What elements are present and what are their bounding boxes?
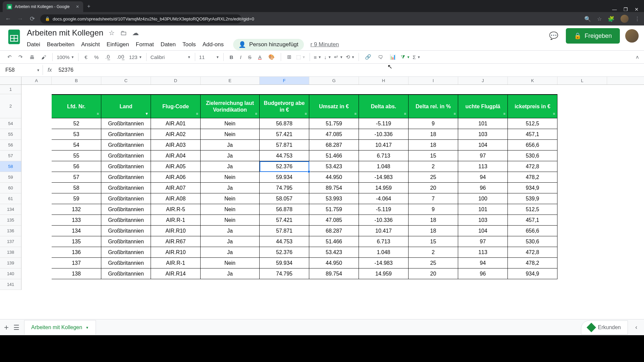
table-cell[interactable]: 10.417 bbox=[359, 140, 409, 150]
table-cell[interactable]: 6.713 bbox=[359, 150, 409, 161]
filter-icon[interactable]: ≡ bbox=[454, 112, 456, 116]
table-cell[interactable]: 57.871 bbox=[260, 226, 309, 236]
table-cell[interactable]: AIR.A04 bbox=[151, 150, 201, 161]
table-cell[interactable]: -10.336 bbox=[359, 215, 409, 226]
filter-icon[interactable]: ≡ bbox=[404, 112, 406, 116]
col-header-i[interactable]: I bbox=[409, 77, 458, 84]
cloud-saved-icon[interactable]: ☁ bbox=[132, 29, 139, 37]
table-cell[interactable]: Großbritannien bbox=[101, 129, 151, 140]
table-cell[interactable]: 68.287 bbox=[309, 226, 359, 236]
col-header-b[interactable]: B bbox=[52, 77, 101, 84]
table-cell[interactable]: 934,9 bbox=[508, 183, 557, 193]
table-cell[interactable]: 15 bbox=[409, 236, 458, 247]
valign-dropdown[interactable]: ↓▼ bbox=[324, 54, 331, 60]
formula-input[interactable]: 52376 bbox=[56, 65, 641, 75]
table-cell[interactable]: 132 bbox=[52, 204, 101, 215]
col-header-a[interactable]: A bbox=[21, 77, 52, 84]
table-cell[interactable]: 478,2 bbox=[508, 172, 557, 183]
table-cell[interactable]: 934,9 bbox=[508, 268, 557, 279]
table-cell[interactable]: 57.421 bbox=[260, 215, 309, 226]
star-outline-icon[interactable]: ☆ bbox=[109, 29, 115, 37]
table-cell[interactable]: 59.934 bbox=[260, 258, 309, 268]
table-cell[interactable]: 51.759 bbox=[309, 118, 359, 129]
table-cell[interactable]: Nein bbox=[201, 215, 260, 226]
row-header[interactable]: 140 bbox=[0, 268, 21, 279]
minimize-icon[interactable]: — bbox=[612, 7, 617, 12]
filter-dropdown[interactable]: ⧩▼ bbox=[401, 54, 410, 60]
table-cell[interactable]: 47.085 bbox=[309, 215, 359, 226]
table-cell[interactable]: 53.993 bbox=[309, 193, 359, 204]
collapse-toolbar-icon[interactable]: ʌ bbox=[636, 54, 639, 60]
table-cell[interactable]: Großbritannien bbox=[101, 118, 151, 129]
menu-bearbeiten[interactable]: Bearbeiten bbox=[47, 41, 74, 48]
sheets-logo[interactable] bbox=[5, 28, 23, 46]
table-cell[interactable]: Großbritannien bbox=[101, 161, 151, 172]
close-window-icon[interactable]: ✕ bbox=[635, 7, 639, 12]
table-cell[interactable]: 101 bbox=[458, 204, 508, 215]
table-cell[interactable]: Ja bbox=[201, 247, 260, 258]
cell[interactable] bbox=[309, 85, 359, 94]
extensions-icon[interactable]: 🧩 bbox=[608, 16, 614, 22]
zoom-icon[interactable]: 🔍 bbox=[584, 16, 591, 22]
row-header[interactable]: 56 bbox=[0, 140, 21, 150]
cell[interactable] bbox=[21, 85, 52, 94]
table-cell[interactable]: Nein bbox=[201, 118, 260, 129]
all-sheets-icon[interactable]: ☰ bbox=[13, 323, 19, 331]
col-header-g[interactable]: G bbox=[309, 77, 359, 84]
menu-ansicht[interactable]: Ansicht bbox=[81, 41, 100, 48]
table-cell[interactable]: 59 bbox=[52, 193, 101, 204]
table-cell[interactable]: 53.423 bbox=[309, 247, 359, 258]
menu-einfuegen[interactable]: Einfügen bbox=[107, 41, 129, 48]
table-cell[interactable]: 57.871 bbox=[260, 140, 309, 150]
table-cell[interactable]: 96 bbox=[458, 183, 508, 193]
table-cell[interactable]: 138 bbox=[52, 268, 101, 279]
table-cell[interactable]: Ja bbox=[201, 226, 260, 236]
table-cell[interactable]: 530,6 bbox=[508, 150, 557, 161]
table-cell[interactable]: 101 bbox=[458, 118, 508, 129]
cell[interactable] bbox=[151, 85, 201, 94]
table-cell[interactable]: Nein bbox=[201, 129, 260, 140]
cell[interactable] bbox=[458, 85, 508, 94]
table-cell[interactable]: Großbritannien bbox=[101, 226, 151, 236]
decrease-decimal-button[interactable]: .0̲ bbox=[103, 53, 112, 61]
name-box[interactable]: F58 ▼ bbox=[3, 65, 43, 75]
font-size-dropdown[interactable]: 11▼ bbox=[199, 54, 219, 60]
chart-icon[interactable]: 📊 bbox=[388, 53, 398, 61]
cell[interactable] bbox=[201, 85, 260, 94]
comments-button[interactable]: 💬 bbox=[547, 29, 560, 43]
table-cell[interactable]: Großbritannien bbox=[101, 183, 151, 193]
row-header[interactable]: 138 bbox=[0, 247, 21, 258]
table-header[interactable]: Lfd. Nr.≡ bbox=[52, 94, 101, 118]
table-cell[interactable]: 68.287 bbox=[309, 140, 359, 150]
table-cell[interactable]: 51.466 bbox=[309, 236, 359, 247]
filter-icon[interactable]: ≡ bbox=[305, 112, 307, 116]
borders-icon[interactable]: ⊞ bbox=[285, 53, 293, 61]
table-cell[interactable]: 137 bbox=[52, 258, 101, 268]
cell[interactable] bbox=[557, 85, 607, 94]
table-header[interactable]: uchte Flugplä≡ bbox=[458, 94, 508, 118]
col-header-k[interactable]: K bbox=[508, 77, 557, 84]
table-cell[interactable]: 7 bbox=[409, 193, 458, 204]
table-cell[interactable]: Ja bbox=[201, 268, 260, 279]
col-header-l[interactable]: L bbox=[557, 77, 607, 84]
cell[interactable] bbox=[52, 85, 101, 94]
table-header[interactable]: Flug-Code≡ bbox=[151, 94, 201, 118]
table-cell[interactable]: 10.417 bbox=[359, 226, 409, 236]
table-cell[interactable]: -10.336 bbox=[359, 129, 409, 140]
table-cell[interactable]: 56.878 bbox=[260, 204, 309, 215]
table-cell[interactable]: 52.376 bbox=[260, 247, 309, 258]
table-cell[interactable]: 20 bbox=[409, 268, 458, 279]
table-cell[interactable]: 54 bbox=[52, 140, 101, 150]
table-cell[interactable]: 9 bbox=[409, 204, 458, 215]
table-cell[interactable]: 104 bbox=[458, 226, 508, 236]
table-cell[interactable]: Großbritannien bbox=[101, 258, 151, 268]
profile-avatar-small[interactable] bbox=[621, 15, 629, 23]
table-cell[interactable]: 539,9 bbox=[508, 193, 557, 204]
table-cell[interactable]: 113 bbox=[458, 161, 508, 172]
table-cell[interactable]: 47.085 bbox=[309, 129, 359, 140]
table-cell[interactable]: 57 bbox=[52, 172, 101, 183]
currency-button[interactable]: € bbox=[83, 53, 89, 61]
table-cell[interactable]: 478,2 bbox=[508, 258, 557, 268]
table-cell[interactable]: 9 bbox=[409, 118, 458, 129]
table-header[interactable]: Land▼ bbox=[101, 94, 151, 118]
